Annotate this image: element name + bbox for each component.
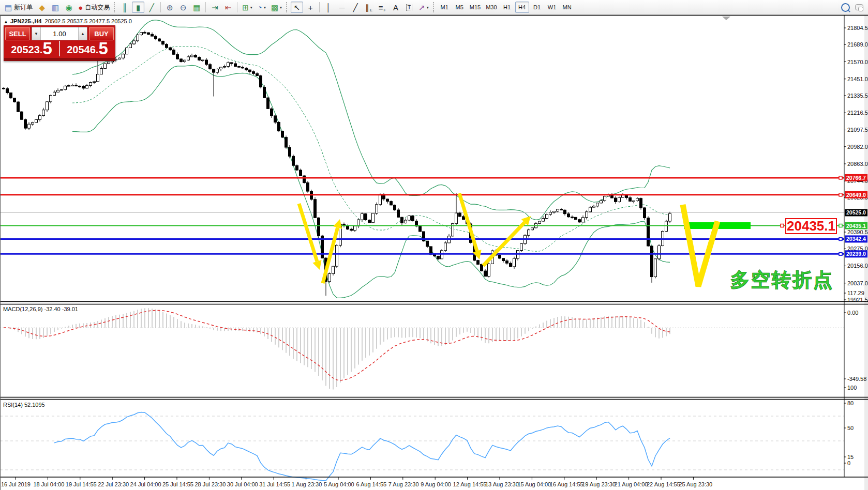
candle-body <box>281 131 284 137</box>
time-axis-label[interactable]: 24 Jul 04:00 <box>130 481 161 487</box>
tile-windows-icon: ▦ <box>193 4 200 11</box>
price-callout[interactable]: 20435.1 <box>785 218 837 234</box>
text-label-button[interactable]: T <box>403 2 415 13</box>
search-button[interactable] <box>839 2 852 13</box>
channel-button[interactable]: ∥E <box>363 2 375 13</box>
level-line-handle[interactable] <box>839 252 842 255</box>
timeframe-mn-button[interactable]: MN <box>560 2 574 13</box>
level-line-handle[interactable] <box>839 193 842 196</box>
templates-button[interactable]: ▩▾ <box>269 2 284 13</box>
zoom-in-button[interactable]: ⊕ <box>163 2 176 13</box>
fibonacci-button[interactable]: ≡F <box>376 2 388 13</box>
sell-button[interactable]: SELL <box>5 27 30 40</box>
auto-trading-button[interactable]: ●自动交易 <box>76 2 112 13</box>
time-axis-label[interactable]: 6 Aug 14:55 <box>356 481 386 487</box>
time-axis-label[interactable]: 25 Aug 23:30 <box>679 481 712 487</box>
periods-button[interactable]: ◔▾ <box>256 2 268 13</box>
tile-windows-button[interactable]: ▦ <box>190 2 203 13</box>
candle-body <box>419 226 422 232</box>
time-axis-label[interactable]: 5 Aug 04:00 <box>324 481 354 487</box>
bid-price[interactable]: 20523.5 <box>4 41 60 56</box>
time-axis-label[interactable]: 21 Aug 04:00 <box>615 481 648 487</box>
candle-body <box>615 198 617 202</box>
new-order-button[interactable]: ▤新订单 <box>3 2 35 13</box>
volume-down-button[interactable]: ▼ <box>32 27 41 40</box>
timeframe-m5-button[interactable]: M5 <box>453 2 467 13</box>
time-axis-label[interactable]: 19 Aug 23:30 <box>582 481 616 487</box>
level-line-handle[interactable] <box>839 176 842 179</box>
horizontal-line-icon: ─ <box>339 4 345 11</box>
candle-body <box>510 263 512 267</box>
text-button[interactable]: A <box>390 2 402 13</box>
chart-canvas[interactable]: 多空转折点21804.521689.021570.021451.021335.5… <box>0 15 868 490</box>
candle-body <box>220 67 222 69</box>
chat-button[interactable] <box>853 2 865 13</box>
price-axis-label: 20156.0 <box>847 263 868 269</box>
callout-anchor-left[interactable] <box>781 224 784 227</box>
vertical-line-button[interactable]: │ <box>322 2 335 13</box>
time-axis-label[interactable]: 22 Aug 14:55 <box>647 481 680 487</box>
time-axis-label[interactable]: 19 Jul 14:55 <box>66 481 97 487</box>
timeframe-m30-button[interactable]: M30 <box>484 2 499 13</box>
time-axis-label[interactable]: 30 Jul 04:00 <box>227 481 258 487</box>
auto-scroll-button[interactable]: ⇥ <box>208 2 221 13</box>
time-axis-label[interactable]: 31 Jul 14:55 <box>259 481 290 487</box>
indicators-button[interactable]: ⊞▾ <box>240 2 255 13</box>
line-chart-button[interactable]: ╱ <box>145 2 158 13</box>
templates-icon: ▩ <box>271 4 278 11</box>
time-axis-label[interactable]: 16 Aug 14:55 <box>550 481 583 487</box>
toolbar-separator <box>205 2 206 12</box>
crosshair-button[interactable]: + <box>304 2 317 13</box>
candle-body <box>234 64 237 66</box>
candle-body <box>575 217 577 219</box>
price-axis-label: 20037.0 <box>847 280 868 286</box>
cn-annotation-text[interactable]: 多空转折点 <box>730 269 834 291</box>
chart-shift-button[interactable]: ⇤ <box>222 2 234 13</box>
candlestick-chart-button[interactable]: ▮ <box>132 2 144 13</box>
time-axis-label[interactable]: 7 Aug 23:30 <box>388 481 419 487</box>
trendline-button[interactable]: ╱ <box>349 2 362 13</box>
zoom-out-button[interactable]: ⊖ <box>177 2 189 13</box>
bar-chart-button[interactable]: ║ <box>118 2 131 13</box>
cursor-button[interactable]: ↖ <box>291 2 303 13</box>
navigator-button[interactable]: ▥ <box>49 2 62 13</box>
timeframe-m1-button[interactable]: M1 <box>438 2 452 13</box>
timeframe-m15-button[interactable]: M15 <box>468 2 483 13</box>
time-axis-label[interactable]: 25 Jul 14:55 <box>162 481 193 487</box>
time-axis-label[interactable]: 12 Aug 14:55 <box>453 481 487 487</box>
level-line-handle[interactable] <box>839 237 842 240</box>
timeframe-h4-button[interactable]: H4 <box>515 2 529 13</box>
timeframe-d1-button[interactable]: D1 <box>530 2 544 13</box>
market-watch-button[interactable]: ◆ <box>36 2 48 13</box>
crosshair-icon: + <box>308 4 313 11</box>
collapse-arrow-icon[interactable]: ▲ <box>4 19 8 24</box>
candle-body <box>137 35 139 40</box>
time-axis-label[interactable]: 9 Aug 04:00 <box>421 481 451 487</box>
candle-body <box>144 33 146 34</box>
ask-price[interactable]: 20546.5 <box>60 41 115 56</box>
horizontal-line-button[interactable]: ─ <box>336 2 348 13</box>
channel-icon: ∥ <box>365 4 369 11</box>
timeframe-w1-button[interactable]: W1 <box>545 2 559 13</box>
volume-up-button[interactable]: ▲ <box>78 27 87 40</box>
time-axis-label[interactable]: 15 Aug 04:00 <box>517 481 551 487</box>
candle-body <box>300 170 302 176</box>
data-window-button[interactable]: ◉ <box>63 2 75 13</box>
candle-body <box>205 60 208 65</box>
level-line-handle[interactable] <box>839 224 842 227</box>
timeframe-h1-button[interactable]: H1 <box>500 2 514 13</box>
arrows-button[interactable]: ↗▾ <box>416 2 431 13</box>
text-icon: A <box>393 4 398 11</box>
candle-body <box>147 33 150 34</box>
toolbar-grip <box>114 2 116 12</box>
time-axis-label[interactable]: 28 Jul 23:30 <box>194 481 226 487</box>
candle-body <box>158 39 161 41</box>
time-axis-label[interactable]: 1 Aug 23:30 <box>292 481 322 487</box>
candle-body <box>10 93 12 98</box>
candle-body <box>176 54 179 59</box>
time-axis-label[interactable]: 18 Jul 04:00 <box>33 481 64 487</box>
time-axis-label[interactable]: 13 Aug 23:30 <box>485 481 519 487</box>
volume-input[interactable]: 1.00 <box>41 27 78 40</box>
time-axis-label[interactable]: 16 Jul 2019 <box>1 481 31 487</box>
time-axis-label[interactable]: 22 Jul 23:30 <box>98 481 129 487</box>
